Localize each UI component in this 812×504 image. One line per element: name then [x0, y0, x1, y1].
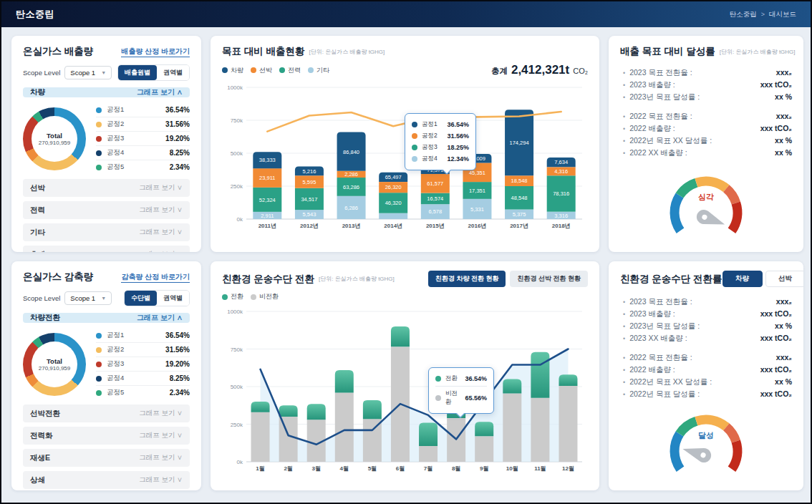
reduction-donut-legend: 공정1 36.54% 공정2 31.56% 공정3 19.20% 공정4 8.2… [96, 329, 190, 399]
target-rate-stats: • 2023 목표 전환율 : xxx₂ • 2023 배출량 : xxx tC… [620, 68, 792, 158]
chart-filter-button-0[interactable]: 친환경 차량 전환 현황 [428, 271, 506, 287]
svg-text:6,286: 6,286 [344, 205, 358, 211]
section-row[interactable]: 선박 그래프 보기 ∨ [23, 179, 190, 197]
donut-center: Total 270,910,959 [32, 116, 77, 162]
expand-graph-action[interactable]: 그래프 보기 ∨ [139, 475, 183, 485]
svg-text:1월: 1월 [256, 465, 264, 472]
total-label: 총계 [491, 66, 508, 77]
section-row[interactable]: 전력 그래프 보기 ∨ [23, 201, 190, 219]
reduction-section-list: 선박전환 그래프 보기 ∨ 전력화 그래프 보기 ∨ 재생E 그래프 보기 ∨ … [23, 404, 190, 490]
toggle-option-1[interactable]: 권역별 [157, 65, 189, 80]
svg-text:2,911: 2,911 [261, 213, 274, 219]
toggle-option-0[interactable]: 배출원별 [118, 65, 157, 80]
section-row[interactable]: 총계 그래프 보기 ∨ [23, 246, 190, 252]
section-row[interactable]: 기타 그래프 보기 ∨ [23, 223, 190, 241]
stat-row: • 2022년 목표 달성률 : xxx tCO₂ [620, 389, 792, 399]
reduction-card-title: 온실가스 감축량 [23, 271, 93, 284]
svg-text:6월: 6월 [396, 465, 405, 472]
section-label: 재생E [30, 453, 50, 463]
breadcrumb-item-root[interactable]: 탄소중립 [730, 10, 757, 19]
section-row[interactable]: 선박전환 그래프 보기 ∨ [23, 404, 190, 422]
toggle-option-0[interactable]: 수단별 [125, 291, 157, 306]
tab-0[interactable]: 차량 [722, 271, 763, 287]
target-vs-emissions-title: 목표 대비 배출현황 [222, 45, 305, 58]
legend-dot-icon [412, 133, 417, 139]
scope-select[interactable]: Scope 1 ▼ [64, 66, 112, 79]
legend-dot-icon [96, 347, 102, 353]
svg-text:2월: 2월 [284, 465, 292, 472]
expand-graph-action[interactable]: 그래프 보기 ∨ [139, 183, 183, 193]
expand-graph-action[interactable]: 그래프 보기 ∨ [139, 205, 183, 215]
svg-text:3,316: 3,316 [554, 213, 568, 219]
legend-dot-icon [412, 145, 417, 150]
legend-dot-icon [96, 136, 102, 142]
expand-graph-action[interactable]: 그래프 보기 ∨ [139, 228, 183, 237]
section-row[interactable]: 재생E 그래프 보기 ∨ [23, 449, 190, 467]
stat-row: • 2022 목표 전환율 : xxx₂ [620, 353, 792, 363]
expand-graph-action[interactable]: 그래프 보기 ∨ [139, 431, 183, 440]
emissions-calc-link[interactable]: 배출량 산정 바로가기 [121, 47, 190, 57]
legend-dot-icon [412, 156, 417, 162]
toggle-option-1[interactable]: 권역별 [157, 291, 189, 306]
legend-dot-icon [435, 376, 441, 382]
donut-total-value: 270,910,959 [39, 140, 71, 146]
expand-graph-action[interactable]: 그래프 보기 ∨ [139, 409, 183, 418]
bullet-icon: • [623, 391, 625, 398]
emissions-card: 온실가스 배출량 배출량 산정 바로가기 Scope Level Scope 1… [11, 36, 201, 252]
total-value: 2,412,321t [511, 63, 569, 77]
legend-dot-icon [308, 67, 314, 73]
scope-select-value: Scope 1 [70, 69, 95, 77]
breadcrumb: 탄소중립 > 대시보드 [730, 10, 796, 19]
svg-text:9월: 9월 [480, 465, 488, 472]
breadcrumb-separator: > [761, 11, 765, 18]
legend-dot-icon [96, 362, 102, 367]
stat-row: • 2023 배출량 : xxx tCO₂ [620, 80, 792, 90]
section-label: 차량 [30, 87, 45, 97]
svg-text:심각: 심각 [698, 193, 714, 201]
svg-text:86,840: 86,840 [343, 149, 359, 155]
reduction-calc-link[interactable]: 감축량 산정 바로가기 [121, 272, 190, 283]
stat-row: • 2023 목표 전환율 : xxx₂ [620, 68, 792, 78]
emissions-card-title: 온실가스 배출량 [23, 45, 93, 58]
legend-dot-icon [222, 67, 228, 73]
svg-text:63,286: 63,286 [343, 184, 359, 190]
conversion-rate-title: 친환경 운송수단 전환률 [620, 273, 722, 286]
section-row-vehicle[interactable]: 차량 그래프 보기 ∧ [23, 87, 190, 97]
svg-text:750k: 750k [231, 346, 243, 353]
collapse-graph-action[interactable]: 그래프 보기 ∧ [137, 87, 183, 97]
section-row-vehicle-conversion[interactable]: 차량전환 그래프 보기 ∧ [23, 313, 190, 323]
breadcrumb-item-current[interactable]: 대시보드 [769, 10, 796, 19]
tooltip-row: 전환36.54% [435, 373, 487, 384]
section-row[interactable]: 상쇄 그래프 보기 ∨ [23, 471, 190, 489]
section-row[interactable]: 전력화 그래프 보기 ∨ [23, 427, 190, 445]
donut-total-label: Total [47, 357, 62, 365]
legend-name: 공정1 [107, 331, 124, 340]
bullet-icon: • [623, 150, 625, 157]
expand-graph-action[interactable]: 그래프 보기 ∨ [139, 453, 183, 462]
svg-text:2014년: 2014년 [384, 223, 402, 229]
bullet-icon: • [623, 125, 625, 132]
reduction-donut-chart: Total 270,910,959 [23, 333, 86, 396]
expand-graph-action[interactable]: 그래프 보기 ∨ [139, 250, 183, 252]
collapse-graph-action[interactable]: 그래프 보기 ∧ [137, 313, 183, 323]
svg-text:10월: 10월 [506, 465, 518, 472]
chevron-down-icon: ∨ [177, 409, 183, 417]
section-label: 전력화 [30, 431, 53, 441]
stat-row: • 2023년 목표 달성률 : xx % [620, 92, 792, 102]
legend-percent: 36.54% [165, 331, 190, 339]
chart-filter-button-1[interactable]: 친환경 선박 전환 현황 [510, 271, 588, 287]
legend-percent: 2.34% [170, 389, 190, 397]
tooltip-row: 공정412.34% [412, 153, 469, 165]
tab-1[interactable]: 선박 [765, 271, 803, 287]
svg-text:61,577: 61,577 [427, 180, 443, 187]
section-label: 총계 [30, 250, 45, 253]
dashboard-grid: 온실가스 배출량 배출량 산정 바로가기 Scope Level Scope 1… [1, 27, 811, 498]
legend-name: 공정5 [107, 163, 124, 172]
stat-row: • 2022 XX 배출량 : xx % [620, 148, 792, 158]
scope-select[interactable]: Scope 1 ▼ [64, 291, 112, 305]
app-title: 탄소중립 [16, 8, 54, 21]
svg-text:2,286: 2,286 [344, 171, 358, 178]
svg-text:2018년: 2018년 [552, 223, 571, 229]
legend-percent: 8.25% [170, 149, 190, 157]
unit-note: [단위: 온실가스 배출량 tGHG] [309, 48, 385, 56]
